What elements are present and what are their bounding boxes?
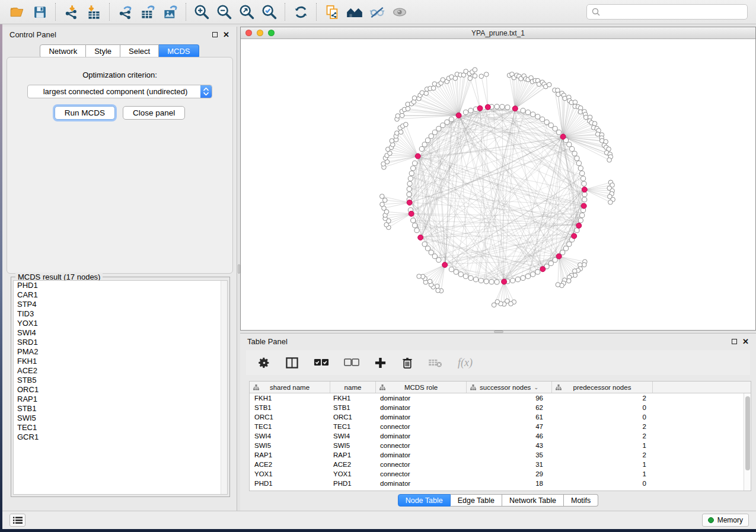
network-node[interactable] (407, 187, 412, 191)
add-column-button[interactable] (374, 357, 387, 369)
network-node[interactable] (429, 134, 433, 139)
cell-predecessor_nodes[interactable]: 1 (552, 469, 653, 479)
network-node[interactable] (454, 270, 458, 274)
network-node[interactable] (525, 110, 530, 115)
network-node[interactable] (479, 278, 483, 283)
mcds-list-scrollbar[interactable] (221, 281, 227, 494)
network-node[interactable] (413, 161, 417, 165)
network-node[interactable] (572, 151, 577, 156)
network-node[interactable] (521, 108, 525, 113)
network-node[interactable] (553, 126, 557, 131)
network-node[interactable] (441, 123, 445, 127)
table-row-YOX1[interactable]: YOX1YOX1connector291 (250, 469, 751, 479)
network-node[interactable] (535, 270, 540, 274)
network-canvas[interactable] (241, 39, 755, 330)
network-node[interactable] (489, 280, 494, 284)
network-node[interactable] (544, 120, 549, 124)
close-panel-button[interactable]: Close panel (123, 106, 185, 120)
cell-name[interactable]: RAP1 (330, 450, 376, 460)
tab-node-table[interactable]: Node Table (398, 494, 451, 507)
cell-name[interactable]: PHD1 (330, 479, 376, 488)
network-node[interactable] (414, 228, 419, 233)
cell-shared_name[interactable]: STB1 (250, 403, 330, 412)
search-input[interactable] (601, 6, 747, 18)
cell-name[interactable]: FKH1 (330, 393, 376, 403)
cell-successor_nodes[interactable]: 43 (467, 441, 552, 450)
close-panel-icon[interactable]: ✕ (742, 339, 749, 344)
network-node[interactable] (500, 104, 505, 109)
first-neighbors-button[interactable] (346, 2, 363, 21)
network-node[interactable] (567, 242, 572, 246)
mcds-result-item[interactable]: FKH1 (14, 357, 227, 366)
network-node[interactable] (456, 113, 461, 118)
network-node[interactable] (511, 278, 515, 283)
column-header-shared-name[interactable]: shared name (250, 382, 330, 393)
network-node[interactable] (379, 194, 384, 199)
network-node[interactable] (425, 138, 430, 143)
network-node[interactable] (422, 142, 427, 147)
cell-shared_name[interactable]: ORC1 (250, 412, 330, 422)
network-node[interactable] (495, 104, 499, 109)
float-panel-icon[interactable] (732, 339, 737, 344)
delete-table-button[interactable] (428, 358, 443, 368)
zoom-fit-button[interactable] (238, 2, 256, 21)
network-node[interactable] (582, 262, 586, 267)
table-row-RAP1[interactable]: RAP1RAP1dominator352 (250, 450, 751, 460)
network-node[interactable] (578, 218, 583, 223)
cell-successor_nodes[interactable]: 47 (467, 422, 552, 431)
cell-mcds_role[interactable]: connector (376, 441, 467, 450)
network-node[interactable] (407, 192, 412, 197)
cell-shared_name[interactable]: ACE2 (250, 460, 330, 469)
cell-predecessor_nodes[interactable]: 2 (552, 431, 653, 441)
zoom-selected-button[interactable] (260, 2, 278, 21)
network-node[interactable] (468, 76, 473, 81)
splitter-grip[interactable] (238, 264, 240, 274)
network-node[interactable] (449, 267, 454, 272)
cell-name[interactable]: STB1 (330, 403, 376, 412)
network-node[interactable] (572, 233, 577, 239)
cell-mcds_role[interactable]: connector (376, 469, 467, 479)
cell-mcds_role[interactable]: dominator (376, 431, 467, 441)
cell-successor_nodes[interactable]: 62 (467, 403, 552, 412)
save-session-button[interactable] (31, 2, 49, 21)
cell-shared_name[interactable]: RAP1 (250, 450, 330, 460)
network-node[interactable] (581, 203, 586, 209)
network-node[interactable] (495, 280, 499, 284)
table-row-ACE2[interactable]: ACE2ACE2connector311 (250, 460, 751, 469)
mcds-result-item[interactable]: SWI4 (14, 328, 227, 338)
column-header-successor-nodes[interactable]: successor nodes⌄ (467, 382, 552, 393)
mcds-result-item[interactable]: STB5 (14, 376, 227, 385)
cell-successor_nodes[interactable]: 18 (467, 479, 552, 488)
cell-successor_nodes[interactable]: 31 (467, 460, 552, 469)
open-file-button[interactable] (8, 2, 26, 21)
cell-mcds_role[interactable]: dominator (376, 450, 467, 460)
table-row-STB1[interactable]: STB1STB1dominator620 (250, 403, 751, 412)
table-row-SWI5[interactable]: SWI5SWI5connector431 (250, 441, 751, 450)
export-image-button[interactable] (161, 2, 179, 21)
network-node[interactable] (484, 279, 489, 284)
mcds-result-item[interactable]: PMA2 (14, 347, 227, 357)
cell-shared_name[interactable]: YOX1 (250, 469, 330, 479)
network-node[interactable] (576, 223, 582, 228)
network-node[interactable] (521, 275, 525, 280)
network-node[interactable] (502, 279, 507, 284)
table-scrollbar[interactable] (744, 393, 751, 491)
network-node[interactable] (384, 210, 389, 214)
table-settings-button[interactable] (258, 357, 270, 369)
cell-predecessor_nodes[interactable]: 1 (552, 460, 653, 469)
cell-mcds_role[interactable]: dominator (376, 412, 467, 422)
network-node[interactable] (408, 176, 413, 181)
network-node[interactable] (548, 123, 553, 127)
memory-button[interactable]: Memory (702, 514, 749, 527)
network-node[interactable] (582, 192, 587, 197)
network-node[interactable] (409, 211, 414, 216)
network-node[interactable] (505, 105, 510, 110)
network-node[interactable] (548, 261, 553, 265)
network-node[interactable] (473, 73, 477, 78)
cell-successor_nodes[interactable]: 96 (467, 393, 552, 403)
network-node[interactable] (428, 279, 432, 284)
network-node[interactable] (540, 267, 546, 272)
network-node[interactable] (419, 146, 424, 151)
cell-predecessor_nodes[interactable]: 2 (552, 393, 653, 403)
column-header-MCDS-role[interactable]: MCDS role (376, 382, 467, 393)
